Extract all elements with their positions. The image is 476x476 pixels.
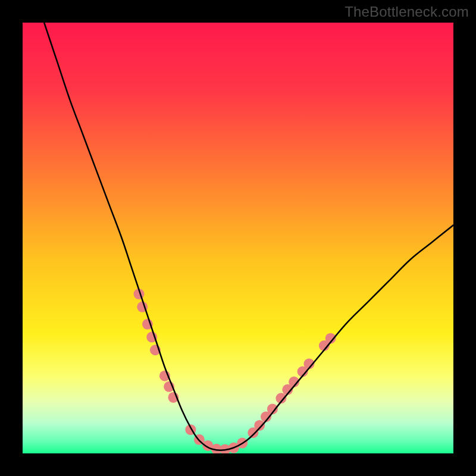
chart-curve-layer xyxy=(23,23,453,453)
watermark-text: TheBottleneck.com xyxy=(345,4,469,20)
chart-area xyxy=(23,23,453,453)
data-point-markers xyxy=(133,289,336,453)
bottleneck-curve-line xyxy=(44,23,453,450)
